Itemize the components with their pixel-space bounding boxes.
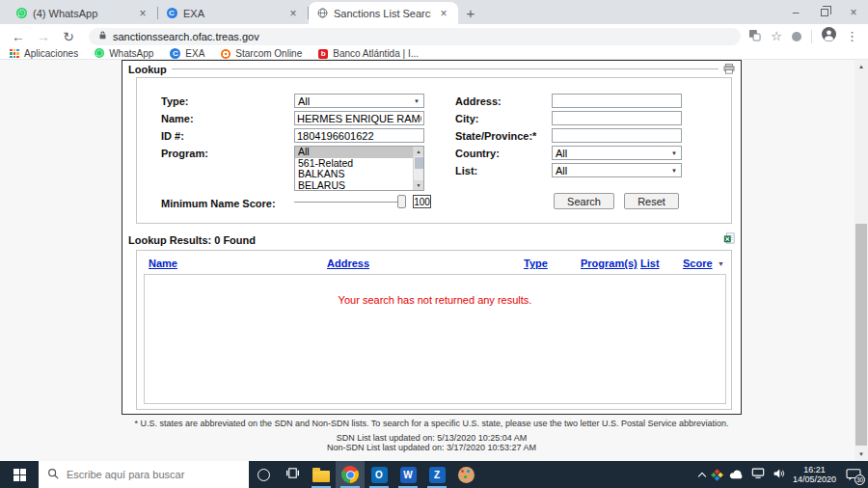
program-scrollbar[interactable]: ▲ ▼ bbox=[413, 147, 423, 190]
program-listbox[interactable]: All 561-Related BALKANS BELARUS ▲ ▼ bbox=[294, 146, 424, 191]
slider-track bbox=[294, 202, 406, 203]
tab-whatsapp[interactable]: (4) WhatsApp × bbox=[8, 2, 157, 24]
close-window-button[interactable]: × bbox=[839, 0, 868, 24]
tray-pinwheel-icon[interactable] bbox=[711, 469, 723, 481]
column-header-programs[interactable]: Program(s) bbox=[581, 258, 637, 269]
state-input[interactable] bbox=[552, 128, 682, 143]
program-option[interactable]: BALKANS bbox=[295, 169, 423, 180]
close-tab-icon[interactable]: × bbox=[136, 7, 149, 20]
window-controls: – × bbox=[781, 0, 868, 24]
column-header-address[interactable]: Address bbox=[327, 258, 369, 269]
scroll-down-icon[interactable]: ▼ bbox=[854, 447, 868, 461]
word-button[interactable]: W bbox=[393, 461, 422, 488]
bookmark-banco[interactable]: b Banco Atlántida | I... bbox=[318, 48, 419, 59]
paint-app-button[interactable] bbox=[451, 461, 480, 488]
chevron-down-icon: ▼ bbox=[414, 98, 423, 104]
browser-toolbar: ← → ↻ sanctionssearch.ofac.treas.gov ☆ ⋮ bbox=[0, 24, 868, 48]
network-icon[interactable] bbox=[751, 466, 765, 483]
task-view-button[interactable] bbox=[278, 461, 307, 488]
menu-kebab-icon[interactable]: ⋮ bbox=[846, 29, 858, 43]
lookup-form: Type: All ▼ Name: ID #: Program: All 561… bbox=[136, 77, 732, 224]
bookmark-label: Aplicaciones bbox=[24, 48, 78, 59]
bookmark-label: Starcom Online bbox=[235, 48, 302, 59]
scroll-up-icon[interactable]: ▲ bbox=[854, 60, 868, 73]
forward-button[interactable]: → bbox=[31, 29, 56, 44]
outlook-button[interactable]: O bbox=[365, 461, 393, 488]
lookup-section-title: Lookup bbox=[128, 64, 167, 75]
chrome-icon bbox=[341, 466, 359, 483]
list-select[interactable]: All ▼ bbox=[552, 163, 682, 177]
close-tab-icon[interactable]: × bbox=[437, 7, 450, 20]
name-input[interactable] bbox=[294, 111, 424, 125]
bookmark-star-icon[interactable]: ☆ bbox=[771, 29, 782, 43]
address-input[interactable] bbox=[552, 94, 682, 108]
city-input[interactable] bbox=[552, 111, 682, 125]
tab-title: (4) WhatsApp bbox=[33, 8, 130, 19]
notification-count-badge: 30 bbox=[854, 474, 865, 485]
no-results-message: Your search has not returned any results… bbox=[145, 294, 725, 306]
tab-exa[interactable]: C EXA × bbox=[158, 2, 308, 24]
windows-logo-icon bbox=[14, 469, 26, 481]
new-tab-button[interactable]: + bbox=[458, 2, 483, 24]
tab-sanctions-list-search[interactable]: Sanctions List Search × bbox=[309, 2, 458, 24]
bookmark-whatsapp[interactable]: WhatsApp bbox=[95, 48, 153, 60]
close-tab-icon[interactable]: × bbox=[286, 7, 300, 20]
volume-icon[interactable] bbox=[773, 466, 785, 483]
onedrive-cloud-icon[interactable] bbox=[729, 466, 744, 483]
taskbar-search[interactable] bbox=[39, 461, 249, 488]
program-option[interactable]: BELARUS bbox=[295, 180, 423, 192]
blue-app-button[interactable]: Z bbox=[422, 461, 451, 488]
page-scrollbar[interactable]: ▲ ▼ bbox=[854, 60, 868, 461]
file-explorer-button[interactable] bbox=[307, 461, 336, 488]
folder-icon bbox=[312, 471, 330, 482]
profile-avatar[interactable] bbox=[822, 27, 836, 45]
extension-icon[interactable] bbox=[792, 32, 801, 41]
sort-desc-icon[interactable]: ▼ bbox=[718, 260, 724, 267]
id-input[interactable] bbox=[294, 128, 424, 143]
clock[interactable]: 16:21 14/05/2020 bbox=[793, 465, 836, 484]
min-score-value[interactable]: 100 bbox=[413, 195, 431, 208]
search-button[interactable]: Search bbox=[554, 193, 614, 209]
column-header-score[interactable]: Score bbox=[683, 258, 713, 269]
back-button[interactable]: ← bbox=[6, 29, 31, 44]
type-select[interactable]: All ▼ bbox=[294, 94, 424, 108]
legend-divider bbox=[172, 68, 719, 69]
column-header-type[interactable]: Type bbox=[524, 258, 548, 269]
restore-button[interactable] bbox=[810, 0, 839, 24]
bookmark-starcom[interactable]: Starcom Online bbox=[221, 48, 302, 59]
scroll-up-icon[interactable]: ▲ bbox=[414, 147, 423, 156]
start-button[interactable] bbox=[0, 461, 39, 488]
reload-button[interactable]: ↻ bbox=[56, 29, 81, 44]
tray-expand-icon[interactable] bbox=[698, 472, 706, 479]
outlook-icon: O bbox=[371, 467, 388, 483]
print-icon[interactable] bbox=[723, 61, 735, 78]
reset-button[interactable]: Reset bbox=[624, 193, 679, 209]
results-title: Lookup Results: 0 Found bbox=[128, 234, 256, 246]
notification-center-button[interactable]: 30 bbox=[844, 466, 863, 483]
scrollbar-thumb[interactable] bbox=[855, 224, 867, 446]
bookmark-apps[interactable]: Aplicaciones bbox=[10, 48, 78, 59]
min-score-slider[interactable] bbox=[294, 194, 406, 209]
country-select[interactable]: All ▼ bbox=[552, 146, 682, 160]
bookmark-exa[interactable]: C EXA bbox=[170, 48, 204, 59]
content-frame: Lookup Type: All ▼ Name: ID #: Program: bbox=[122, 60, 742, 415]
address-bar[interactable]: sanctionssearch.ofac.treas.gov bbox=[89, 28, 741, 45]
scrollbar-thumb[interactable] bbox=[415, 157, 423, 169]
minimize-button[interactable]: – bbox=[781, 0, 810, 24]
city-label: City: bbox=[455, 113, 478, 124]
type-value: All bbox=[298, 95, 310, 107]
windows-taskbar: O W Z 16:21 1 bbox=[0, 461, 868, 488]
translate-icon[interactable] bbox=[748, 28, 761, 45]
country-value: All bbox=[556, 148, 567, 159]
cortana-button[interactable] bbox=[249, 461, 278, 488]
taskbar-search-input[interactable] bbox=[67, 469, 240, 480]
column-header-list[interactable]: List bbox=[640, 258, 660, 269]
export-excel-icon[interactable] bbox=[723, 230, 735, 248]
list-value: All bbox=[556, 165, 567, 176]
slider-thumb[interactable] bbox=[397, 195, 406, 208]
chrome-button[interactable] bbox=[336, 461, 365, 488]
column-header-name[interactable]: Name bbox=[149, 258, 177, 269]
states-footnote: * U.S. states are abbreviated on the SDN… bbox=[122, 419, 742, 428]
program-option-selected[interactable]: All bbox=[295, 147, 423, 158]
scroll-down-icon[interactable]: ▼ bbox=[414, 180, 423, 190]
